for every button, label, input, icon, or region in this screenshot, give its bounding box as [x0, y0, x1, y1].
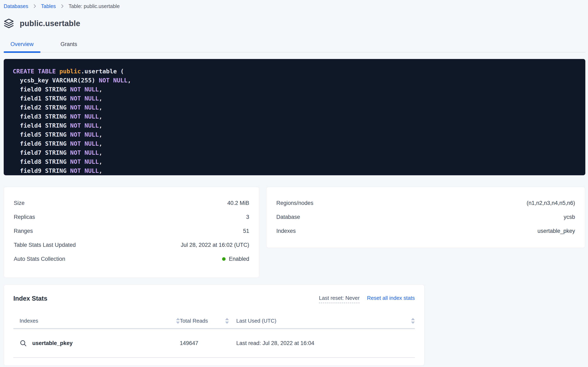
sql-token: NOT NULL: [70, 113, 99, 120]
detail-row-replicas: Replicas 3: [14, 210, 249, 224]
detail-label: Ranges: [14, 228, 33, 234]
index-stats-header: Index Stats Last reset: Never Reset all …: [13, 295, 415, 303]
sql-token: NOT NULL: [70, 149, 99, 156]
index-name-cell[interactable]: usertable_pkey: [13, 340, 180, 347]
detail-label: Indexes: [276, 228, 296, 234]
sql-code-line: field2 STRING NOT NULL,: [13, 103, 579, 112]
index-stats-title: Index Stats: [13, 295, 47, 302]
breadcrumb-current: Table: public.usertable: [69, 3, 120, 9]
breadcrumb-chevron-icon: [32, 3, 37, 9]
sql-token: CREATE TABLE: [13, 68, 59, 75]
detail-value: usertable_pkey: [538, 228, 575, 234]
sql-token: NOT NULL: [70, 158, 99, 165]
detail-value: (n1,n2,n3,n4,n5,n6): [527, 200, 575, 206]
status-enabled-label: Enabled: [229, 256, 249, 262]
sql-token: field5 STRING: [13, 131, 70, 138]
detail-row-database: Database ycsb: [276, 210, 575, 224]
tab-overview[interactable]: Overview: [4, 41, 41, 52]
detail-value: 51: [243, 228, 249, 234]
tab-grants-label: Grants: [61, 41, 77, 47]
layers-icon: [4, 18, 14, 29]
status-enabled-dot: [222, 257, 226, 261]
detail-label: Replicas: [14, 214, 35, 220]
sql-token: ,: [99, 104, 102, 111]
sql-token: ycsb_key VARCHAR(255): [13, 77, 99, 84]
sql-token: field1 STRING: [13, 95, 70, 102]
sql-token: NOT NULL: [70, 167, 99, 174]
detail-row-indexes: Indexes usertable_pkey: [276, 224, 575, 238]
sql-token: ,: [99, 140, 102, 147]
sql-token: ,: [99, 158, 102, 165]
breadcrumb-link-tables[interactable]: Tables: [41, 3, 56, 9]
page-title-row: public.usertable: [4, 18, 585, 29]
detail-value: Jul 28, 2022 at 16:02 (UTC): [181, 242, 249, 248]
sql-code-line: CREATE TABLE public.usertable (: [13, 67, 579, 76]
sql-token: ,: [99, 86, 102, 93]
sort-icon[interactable]: [176, 318, 180, 324]
detail-label: Regions/nodes: [276, 200, 313, 206]
page-title: public.usertable: [20, 19, 80, 28]
index-name: usertable_pkey: [32, 340, 73, 346]
sql-token: ,: [99, 122, 102, 129]
sql-token: ,: [99, 95, 102, 102]
tab-bar: Overview Grants: [4, 41, 585, 52]
status-value: Enabled: [222, 256, 249, 262]
index-stats-table-header: Indexes Total Reads Last Used (UTC): [13, 316, 415, 325]
column-header-last-used[interactable]: Last Used (UTC): [236, 318, 415, 324]
table-row-divider: [13, 357, 415, 358]
detail-row-regions: Regions/nodes (n1,n2,n3,n4,n5,n6): [276, 196, 575, 210]
sql-token: ,: [99, 167, 102, 174]
detail-row-stats-updated: Table Stats Last Updated Jul 28, 2022 at…: [14, 238, 249, 252]
sql-token: NOT NULL: [99, 77, 128, 84]
sql-token: field7 STRING: [13, 149, 70, 156]
sort-icon[interactable]: [411, 318, 415, 324]
detail-label: Table Stats Last Updated: [14, 242, 76, 248]
detail-row-ranges: Ranges 51: [14, 224, 249, 238]
index-stats-card: Index Stats Last reset: Never Reset all …: [4, 284, 424, 366]
sort-icon[interactable]: [225, 318, 229, 324]
sql-code-line: field6 STRING NOT NULL,: [13, 139, 579, 148]
column-header-total-reads[interactable]: Total Reads: [180, 318, 236, 324]
sql-token: NOT NULL: [70, 140, 99, 147]
column-header-indexes[interactable]: Indexes: [13, 318, 180, 324]
breadcrumb-link-databases[interactable]: Databases: [4, 3, 28, 9]
tab-overview-label: Overview: [10, 41, 34, 47]
sql-token: ,: [99, 113, 102, 120]
sql-token: NOT NULL: [70, 131, 99, 138]
detail-label: Size: [14, 200, 25, 206]
sql-code-line: field0 STRING NOT NULL,: [13, 85, 579, 94]
detail-value: 3: [246, 214, 249, 220]
sql-token: NOT NULL: [70, 104, 99, 111]
tab-grants[interactable]: Grants: [54, 41, 84, 52]
column-header-total-reads-label: Total Reads: [180, 318, 208, 324]
sql-token: field2 STRING: [13, 104, 70, 111]
last-used-cell: Last read: Jul 28, 2022 at 16:04: [236, 340, 415, 346]
sql-token: field0 STRING: [13, 86, 70, 93]
sql-code-line: field1 STRING NOT NULL,: [13, 94, 579, 103]
detail-row-size: Size 40.2 MiB: [14, 196, 249, 210]
sql-code-block: CREATE TABLE public.usertable ( ycsb_key…: [4, 59, 585, 175]
sql-code-line: ycsb_key VARCHAR(255) NOT NULL,: [13, 76, 579, 85]
sql-code-line: field7 STRING NOT NULL,: [13, 148, 579, 157]
sql-token: ,: [99, 149, 102, 156]
sql-code-line: field8 STRING NOT NULL,: [13, 157, 579, 166]
magnifier-icon: [19, 340, 27, 347]
table-details-card: Size 40.2 MiB Replicas 3 Ranges 51 Table…: [4, 187, 259, 278]
total-reads-cell: 149647: [180, 340, 236, 346]
sql-token: field3 STRING: [13, 113, 70, 120]
sql-token: NOT NULL: [70, 122, 99, 129]
sql-code-line: field4 STRING NOT NULL,: [13, 121, 579, 130]
table-row: usertable_pkey 149647 Last read: Jul 28,…: [13, 329, 415, 357]
index-stats-actions: Last reset: Never Reset all index stats: [319, 295, 415, 303]
detail-label: Auto Stats Collection: [14, 256, 65, 262]
table-location-card: Regions/nodes (n1,n2,n3,n4,n5,n6) Databa…: [266, 187, 585, 248]
sql-code-line: field5 STRING NOT NULL,: [13, 130, 579, 139]
sql-token: field9 STRING: [13, 167, 70, 174]
sql-token: NOT NULL: [70, 86, 99, 93]
reset-all-index-stats-link[interactable]: Reset all index stats: [367, 295, 415, 301]
breadcrumb-chevron-icon: [60, 3, 65, 9]
sql-token: ,: [99, 131, 102, 138]
sql-code-line: field9 STRING NOT NULL,: [13, 166, 579, 175]
detail-row-auto-stats: Auto Stats Collection Enabled: [14, 252, 249, 266]
sql-token: public: [59, 68, 81, 75]
